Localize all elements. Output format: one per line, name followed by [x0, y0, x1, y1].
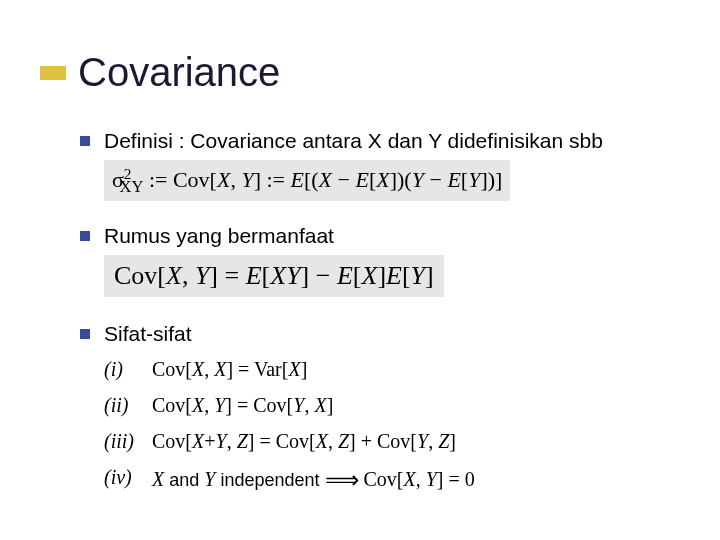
bullet-properties: Sifat-sifat: [80, 321, 690, 347]
formula-definition: σ2XY := Cov[X, Y] := E[(X − E[X])(Y − E[…: [104, 160, 510, 201]
property-formula: X and Y independent ⟹ Cov[X, Y] = 0: [152, 459, 475, 502]
bullet-icon: [80, 329, 90, 339]
formula-content: Cov[X, Y] = E[XY] − E[X]E[Y]: [114, 261, 434, 290]
title-accent-icon: [40, 66, 66, 80]
property-iv: (iv) X and Y independent ⟹ Cov[X, Y] = 0: [104, 459, 690, 502]
property-formula: Cov[X, X] = Var[X]: [152, 351, 307, 387]
bullet-text: Rumus yang bermanfaat: [104, 223, 334, 249]
formula-useful: Cov[X, Y] = E[XY] − E[X]E[Y]: [104, 255, 444, 297]
property-ii: (ii) Cov[X, Y] = Cov[Y, X]: [104, 387, 690, 423]
bullet-useful-formula: Rumus yang bermanfaat: [80, 223, 690, 249]
slide-title-row: Covariance: [40, 50, 280, 95]
properties-list: (i) Cov[X, X] = Var[X] (ii) Cov[X, Y] = …: [104, 351, 690, 502]
formula-content: σ2XY := Cov[X, Y] := E[(X − E[X])(Y − E[…: [112, 167, 502, 192]
bullet-definition: Definisi : Covariance antara X dan Y did…: [80, 128, 690, 154]
property-number: (ii): [104, 387, 152, 423]
property-formula: Cov[X+Y, Z] = Cov[X, Z] + Cov[Y, Z]: [152, 423, 456, 459]
bullet-text: Definisi : Covariance antara X dan Y did…: [104, 128, 603, 154]
content-area: Definisi : Covariance antara X dan Y did…: [80, 128, 690, 503]
slide-title: Covariance: [78, 50, 280, 95]
property-number: (i): [104, 351, 152, 387]
property-number: (iv): [104, 459, 152, 502]
property-formula: Cov[X, Y] = Cov[Y, X]: [152, 387, 333, 423]
bullet-text: Sifat-sifat: [104, 321, 192, 347]
bullet-icon: [80, 136, 90, 146]
bullet-icon: [80, 231, 90, 241]
property-number: (iii): [104, 423, 152, 459]
property-iii: (iii) Cov[X+Y, Z] = Cov[X, Z] + Cov[Y, Z…: [104, 423, 690, 459]
property-i: (i) Cov[X, X] = Var[X]: [104, 351, 690, 387]
